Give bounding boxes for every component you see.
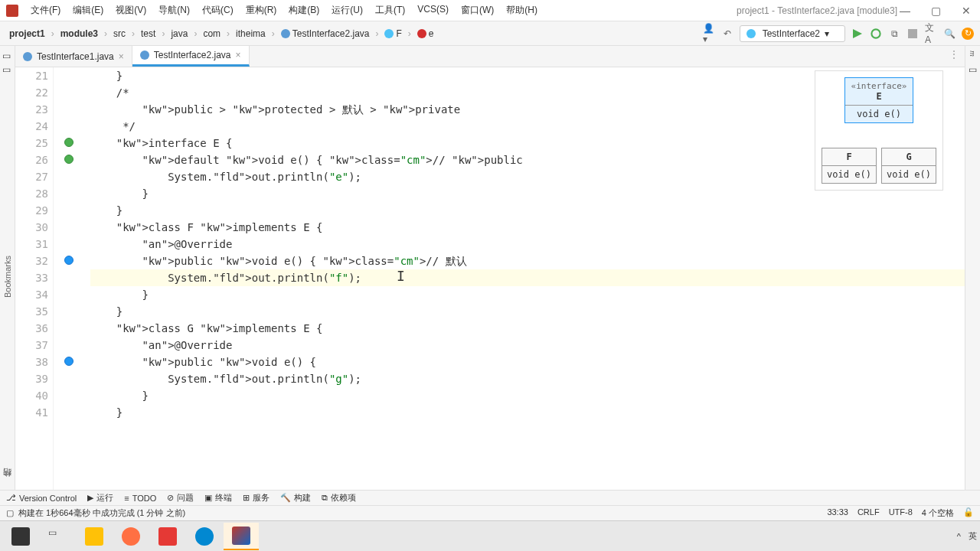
bc-file[interactable]: TestInterface2.java	[278, 27, 373, 41]
menu-navigate[interactable]: 导航(N)	[154, 2, 194, 19]
left-tool-stripe: ▭ ▭ Bookmarks 结构	[0, 46, 15, 490]
editor-area: TestInterface1.java× TestInterface2.java…	[15, 46, 965, 490]
menu-help[interactable]: 帮助(H)	[501, 2, 542, 19]
translate-icon[interactable]: 文A	[925, 28, 937, 40]
run-config-selector[interactable]: TestInterface2 ▾	[740, 25, 845, 42]
windows-taskbar: ⊞ ▭ ^ 英	[0, 520, 980, 551]
uml-interface-e[interactable]: «interface»E void e()	[844, 77, 913, 123]
override-icon[interactable]	[64, 256, 74, 265]
intellij-icon[interactable]	[224, 523, 259, 550]
cursor-position[interactable]: 33:33	[827, 507, 848, 519]
menu-run[interactable]: 运行(U)	[327, 2, 368, 19]
java-file-icon	[23, 52, 32, 61]
main-area: ▭ ▭ Bookmarks 结构 TestInterface1.java× Te…	[0, 46, 980, 490]
file-encoding[interactable]: UTF-8	[889, 507, 913, 519]
maximize-button[interactable]: ▢	[928, 5, 943, 17]
build-status: 构建在 1秒664毫秒 中成功完成 (1 分钟 之前)	[18, 507, 185, 519]
toolbar-right: 👤▾ ↶ TestInterface2 ▾ ⧉ 文A 🔍 ↻	[703, 25, 974, 42]
editor-tabs: TestInterface1.java× TestInterface2.java…	[15, 46, 965, 67]
dependencies-tool[interactable]: ⧉ 依赖项	[322, 492, 356, 504]
bc-itheima[interactable]: itheima	[233, 27, 269, 41]
search-icon[interactable]: 🔍	[943, 28, 956, 40]
tab-testinterface1[interactable]: TestInterface1.java×	[15, 46, 132, 67]
toolbar: project1› module3› src› test› java› com›…	[0, 21, 980, 46]
text-cursor-icon: 𝙸	[397, 268, 405, 284]
app-logo	[6, 5, 18, 17]
menu-file[interactable]: 文件(F)	[26, 2, 65, 19]
marker-gutter	[54, 67, 84, 490]
todo-tool[interactable]: ≡ TODO	[124, 494, 156, 503]
window-title: project1 - TestInterface2.java [module3]	[737, 5, 897, 16]
ime-indicator[interactable]: 英	[969, 530, 977, 542]
maven-label[interactable]: m	[969, 51, 978, 57]
run-icon[interactable]	[851, 28, 864, 40]
terminal-tool[interactable]: ▣ 终端	[204, 492, 232, 504]
menu-vcs[interactable]: VCS(S)	[413, 2, 453, 19]
svg-rect-1	[908, 29, 917, 38]
firefox-icon[interactable]	[113, 523, 149, 550]
notifications-icon[interactable]: ▭	[969, 64, 977, 75]
titlebar: 文件(F) 编辑(E) 视图(V) 导航(N) 代码(C) 重构(R) 构建(B…	[0, 0, 980, 21]
menu-view[interactable]: 视图(V)	[111, 2, 151, 19]
office-icon[interactable]	[150, 523, 185, 550]
indent-setting[interactable]: 4 个空格	[922, 507, 954, 519]
status-bar: ▢ 构建在 1秒664毫秒 中成功完成 (1 分钟 之前) 33:33 CRLF…	[0, 505, 980, 520]
edge-icon[interactable]	[187, 523, 222, 550]
java-file-icon	[140, 51, 149, 60]
code-editor[interactable]: 2122232425262728293031323334353637383940…	[15, 67, 965, 490]
stop-icon[interactable]	[906, 28, 919, 40]
build-tool[interactable]: 🔨 构建	[280, 492, 311, 504]
bc-method[interactable]: e	[414, 27, 437, 41]
menu-refactor[interactable]: 重构(R)	[241, 2, 282, 19]
bottom-tool-bar: ⎇ Version Control ▶ 运行 ≡ TODO ⊘ 问题 ▣ 终端 …	[0, 490, 980, 505]
readonly-icon[interactable]: 🔓	[963, 507, 974, 519]
bc-src[interactable]: src	[110, 27, 129, 41]
svg-point-0	[871, 29, 880, 37]
close-icon[interactable]: ×	[119, 51, 124, 62]
menu-tools[interactable]: 工具(T)	[371, 2, 410, 19]
tab-testinterface2[interactable]: TestInterface2.java×	[132, 46, 250, 67]
line-number-gutter: 2122232425262728293031323334353637383940…	[15, 67, 54, 490]
window-controls: — ▢ ✕	[897, 5, 974, 17]
coverage-icon[interactable]: ⧉	[888, 28, 900, 40]
bc-class[interactable]: F	[381, 27, 404, 41]
user-icon[interactable]: 👤▾	[703, 28, 715, 40]
bc-java[interactable]: java	[168, 27, 191, 41]
status-indicator-icon[interactable]: ▢	[6, 508, 14, 518]
line-separator[interactable]: CRLF	[858, 507, 880, 519]
update-icon[interactable]: ↻	[962, 28, 974, 40]
menu-code[interactable]: 代码(C)	[198, 2, 238, 19]
menu-window[interactable]: 窗口(W)	[456, 2, 498, 19]
commit-tool-icon[interactable]: ▭	[2, 64, 13, 75]
bc-project[interactable]: project1	[6, 27, 48, 41]
close-icon[interactable]: ×	[235, 50, 240, 60]
uml-class-f[interactable]: F void e()	[822, 148, 877, 184]
bookmarks-label[interactable]: Bookmarks	[3, 256, 12, 298]
version-control-tool[interactable]: ⎇ Version Control	[6, 493, 77, 503]
tab-options-icon[interactable]: ⋮	[943, 46, 965, 67]
menu-edit[interactable]: 编辑(E)	[68, 2, 108, 19]
project-tool-icon[interactable]: ▭	[2, 51, 13, 61]
task-view-icon[interactable]: ▭	[40, 523, 75, 550]
problems-tool[interactable]: ⊘ 问题	[167, 492, 194, 504]
uml-diagram[interactable]: «interface»E void e() F void e() G void …	[815, 70, 943, 191]
explorer-icon[interactable]	[77, 523, 112, 550]
implemented-icon[interactable]	[64, 138, 74, 147]
back-icon[interactable]: ↶	[721, 28, 733, 40]
run-tool[interactable]: ▶ 运行	[87, 492, 113, 504]
debug-icon[interactable]	[870, 28, 882, 40]
start-button[interactable]: ⊞	[3, 523, 38, 550]
bc-module[interactable]: module3	[57, 27, 101, 41]
right-tool-stripe: m ▭	[965, 46, 980, 490]
bc-test[interactable]: test	[138, 27, 158, 41]
minimize-button[interactable]: —	[897, 5, 913, 17]
override-icon[interactable]	[64, 357, 74, 366]
services-tool[interactable]: ⊞ 服务	[243, 492, 270, 504]
implemented-icon[interactable]	[64, 155, 74, 164]
tray-expand-icon[interactable]: ^	[957, 532, 961, 541]
uml-class-g[interactable]: G void e()	[881, 148, 936, 184]
menu-build[interactable]: 构建(B)	[284, 2, 324, 19]
close-button[interactable]: ✕	[959, 5, 974, 17]
system-tray: ^ 英	[957, 530, 977, 542]
bc-com[interactable]: com	[200, 27, 224, 41]
